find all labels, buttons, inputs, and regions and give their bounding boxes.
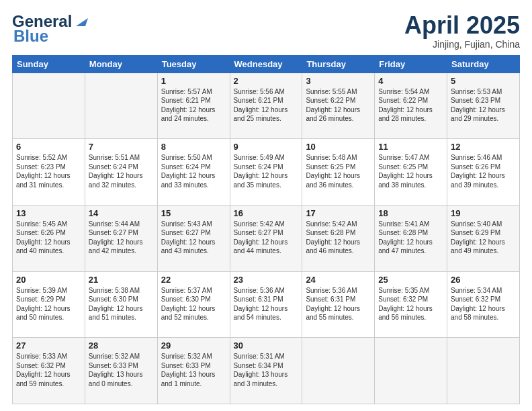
cell-info: Sunrise: 5:32 AMSunset: 6:33 PMDaylight:… bbox=[89, 352, 154, 388]
cell-info: Sunrise: 5:39 AMSunset: 6:29 PMDaylight:… bbox=[16, 286, 81, 322]
cell-info: Sunrise: 5:54 AMSunset: 6:22 PMDaylight:… bbox=[378, 87, 443, 124]
weekday-header-saturday: Saturday bbox=[447, 55, 520, 73]
cell-info: Sunrise: 5:38 AMSunset: 6:30 PMDaylight:… bbox=[89, 286, 154, 322]
logo-wing-icon bbox=[73, 14, 88, 29]
location: Jinjing, Fujian, China bbox=[404, 39, 520, 50]
cell-info: Sunrise: 5:36 AMSunset: 6:31 PMDaylight:… bbox=[306, 286, 371, 322]
day-number: 29 bbox=[161, 340, 226, 351]
day-number: 30 bbox=[234, 340, 299, 351]
logo-blue: Blue bbox=[13, 27, 48, 46]
calendar-cell bbox=[85, 73, 157, 139]
day-number: 20 bbox=[16, 275, 81, 285]
day-number: 6 bbox=[16, 142, 81, 152]
day-number: 16 bbox=[234, 208, 299, 218]
calendar-cell: 28Sunrise: 5:32 AMSunset: 6:33 PMDayligh… bbox=[85, 338, 157, 404]
cell-info: Sunrise: 5:55 AMSunset: 6:22 PMDaylight:… bbox=[306, 87, 371, 124]
calendar-week-row: 13Sunrise: 5:45 AMSunset: 6:26 PMDayligh… bbox=[13, 205, 520, 271]
day-number: 28 bbox=[89, 340, 154, 351]
calendar-cell: 21Sunrise: 5:38 AMSunset: 6:30 PMDayligh… bbox=[85, 271, 157, 338]
day-number: 27 bbox=[16, 340, 81, 351]
cell-info: Sunrise: 5:41 AMSunset: 6:28 PMDaylight:… bbox=[378, 220, 443, 256]
cell-info: Sunrise: 5:31 AMSunset: 6:34 PMDaylight:… bbox=[234, 352, 299, 388]
calendar-cell: 26Sunrise: 5:34 AMSunset: 6:32 PMDayligh… bbox=[447, 271, 520, 338]
weekday-header-sunday: Sunday bbox=[13, 55, 85, 73]
calendar-cell: 3Sunrise: 5:55 AMSunset: 6:22 PMDaylight… bbox=[302, 73, 375, 139]
cell-info: Sunrise: 5:45 AMSunset: 6:26 PMDaylight:… bbox=[16, 220, 81, 256]
day-number: 26 bbox=[451, 275, 516, 285]
calendar-cell: 9Sunrise: 5:49 AMSunset: 6:24 PMDaylight… bbox=[230, 139, 302, 205]
day-number: 14 bbox=[89, 208, 154, 218]
calendar-week-row: 27Sunrise: 5:33 AMSunset: 6:32 PMDayligh… bbox=[13, 338, 520, 404]
cell-info: Sunrise: 5:48 AMSunset: 6:25 PMDaylight:… bbox=[306, 153, 371, 189]
svg-marker-0 bbox=[76, 18, 88, 26]
day-number: 7 bbox=[89, 142, 154, 152]
cell-info: Sunrise: 5:57 AMSunset: 6:21 PMDaylight:… bbox=[161, 87, 226, 124]
calendar-cell: 20Sunrise: 5:39 AMSunset: 6:29 PMDayligh… bbox=[13, 271, 85, 338]
calendar-cell: 5Sunrise: 5:53 AMSunset: 6:23 PMDaylight… bbox=[447, 73, 520, 139]
day-number: 3 bbox=[306, 76, 371, 86]
cell-info: Sunrise: 5:49 AMSunset: 6:24 PMDaylight:… bbox=[234, 153, 299, 189]
day-number: 23 bbox=[234, 275, 299, 285]
cell-info: Sunrise: 5:44 AMSunset: 6:27 PMDaylight:… bbox=[89, 220, 154, 256]
cell-info: Sunrise: 5:33 AMSunset: 6:32 PMDaylight:… bbox=[16, 352, 81, 388]
calendar-cell: 14Sunrise: 5:44 AMSunset: 6:27 PMDayligh… bbox=[85, 205, 157, 271]
weekday-header-tuesday: Tuesday bbox=[157, 55, 230, 73]
calendar-cell: 7Sunrise: 5:51 AMSunset: 6:24 PMDaylight… bbox=[85, 139, 157, 205]
cell-info: Sunrise: 5:46 AMSunset: 6:26 PMDaylight:… bbox=[451, 153, 516, 189]
calendar-cell bbox=[375, 338, 447, 404]
calendar-cell: 10Sunrise: 5:48 AMSunset: 6:25 PMDayligh… bbox=[302, 139, 375, 205]
calendar-table: SundayMondayTuesdayWednesdayThursdayFrid… bbox=[12, 55, 520, 404]
cell-info: Sunrise: 5:42 AMSunset: 6:28 PMDaylight:… bbox=[306, 220, 371, 256]
day-number: 10 bbox=[306, 142, 371, 152]
day-number: 17 bbox=[306, 208, 371, 218]
title-block: April 2025 Jinjing, Fujian, China bbox=[404, 12, 520, 50]
calendar-cell: 4Sunrise: 5:54 AMSunset: 6:22 PMDaylight… bbox=[375, 73, 447, 139]
calendar-cell: 24Sunrise: 5:36 AMSunset: 6:31 PMDayligh… bbox=[302, 271, 375, 338]
calendar-cell: 30Sunrise: 5:31 AMSunset: 6:34 PMDayligh… bbox=[230, 338, 302, 404]
cell-info: Sunrise: 5:35 AMSunset: 6:32 PMDaylight:… bbox=[378, 286, 443, 322]
day-number: 24 bbox=[306, 275, 371, 285]
calendar-cell bbox=[302, 338, 375, 404]
page: General Blue April 2025 Jinjing, Fujian,… bbox=[0, 0, 532, 411]
cell-info: Sunrise: 5:32 AMSunset: 6:33 PMDaylight:… bbox=[161, 352, 226, 388]
cell-info: Sunrise: 5:36 AMSunset: 6:31 PMDaylight:… bbox=[234, 286, 299, 322]
header: General Blue April 2025 Jinjing, Fujian,… bbox=[12, 12, 520, 50]
cell-info: Sunrise: 5:34 AMSunset: 6:32 PMDaylight:… bbox=[451, 286, 516, 322]
day-number: 22 bbox=[161, 275, 226, 285]
calendar-week-row: 6Sunrise: 5:52 AMSunset: 6:23 PMDaylight… bbox=[13, 139, 520, 205]
day-number: 11 bbox=[378, 142, 443, 152]
calendar-cell bbox=[13, 73, 85, 139]
cell-info: Sunrise: 5:53 AMSunset: 6:23 PMDaylight:… bbox=[451, 87, 516, 124]
day-number: 25 bbox=[378, 275, 443, 285]
cell-info: Sunrise: 5:43 AMSunset: 6:27 PMDaylight:… bbox=[161, 220, 226, 256]
day-number: 12 bbox=[451, 142, 516, 152]
day-number: 18 bbox=[378, 208, 443, 218]
calendar-cell: 1Sunrise: 5:57 AMSunset: 6:21 PMDaylight… bbox=[157, 73, 230, 139]
calendar-cell: 17Sunrise: 5:42 AMSunset: 6:28 PMDayligh… bbox=[302, 205, 375, 271]
day-number: 9 bbox=[234, 142, 299, 152]
calendar-cell: 18Sunrise: 5:41 AMSunset: 6:28 PMDayligh… bbox=[375, 205, 447, 271]
weekday-header-thursday: Thursday bbox=[302, 55, 375, 73]
day-number: 13 bbox=[16, 208, 81, 218]
calendar-cell: 29Sunrise: 5:32 AMSunset: 6:33 PMDayligh… bbox=[157, 338, 230, 404]
calendar-cell: 13Sunrise: 5:45 AMSunset: 6:26 PMDayligh… bbox=[13, 205, 85, 271]
calendar-week-row: 20Sunrise: 5:39 AMSunset: 6:29 PMDayligh… bbox=[13, 271, 520, 338]
day-number: 4 bbox=[378, 76, 443, 86]
calendar-cell: 16Sunrise: 5:42 AMSunset: 6:27 PMDayligh… bbox=[230, 205, 302, 271]
cell-info: Sunrise: 5:50 AMSunset: 6:24 PMDaylight:… bbox=[161, 153, 226, 189]
weekday-header-friday: Friday bbox=[375, 55, 447, 73]
calendar-cell: 2Sunrise: 5:56 AMSunset: 6:21 PMDaylight… bbox=[230, 73, 302, 139]
logo: General Blue bbox=[12, 12, 88, 46]
cell-info: Sunrise: 5:56 AMSunset: 6:21 PMDaylight:… bbox=[234, 87, 299, 124]
cell-info: Sunrise: 5:47 AMSunset: 6:25 PMDaylight:… bbox=[378, 153, 443, 189]
day-number: 8 bbox=[161, 142, 226, 152]
calendar-cell: 25Sunrise: 5:35 AMSunset: 6:32 PMDayligh… bbox=[375, 271, 447, 338]
calendar-cell: 11Sunrise: 5:47 AMSunset: 6:25 PMDayligh… bbox=[375, 139, 447, 205]
calendar-cell: 27Sunrise: 5:33 AMSunset: 6:32 PMDayligh… bbox=[13, 338, 85, 404]
calendar-cell: 23Sunrise: 5:36 AMSunset: 6:31 PMDayligh… bbox=[230, 271, 302, 338]
day-number: 19 bbox=[451, 208, 516, 218]
day-number: 21 bbox=[89, 275, 154, 285]
day-number: 5 bbox=[451, 76, 516, 86]
calendar-week-row: 1Sunrise: 5:57 AMSunset: 6:21 PMDaylight… bbox=[13, 73, 520, 139]
calendar-cell: 15Sunrise: 5:43 AMSunset: 6:27 PMDayligh… bbox=[157, 205, 230, 271]
